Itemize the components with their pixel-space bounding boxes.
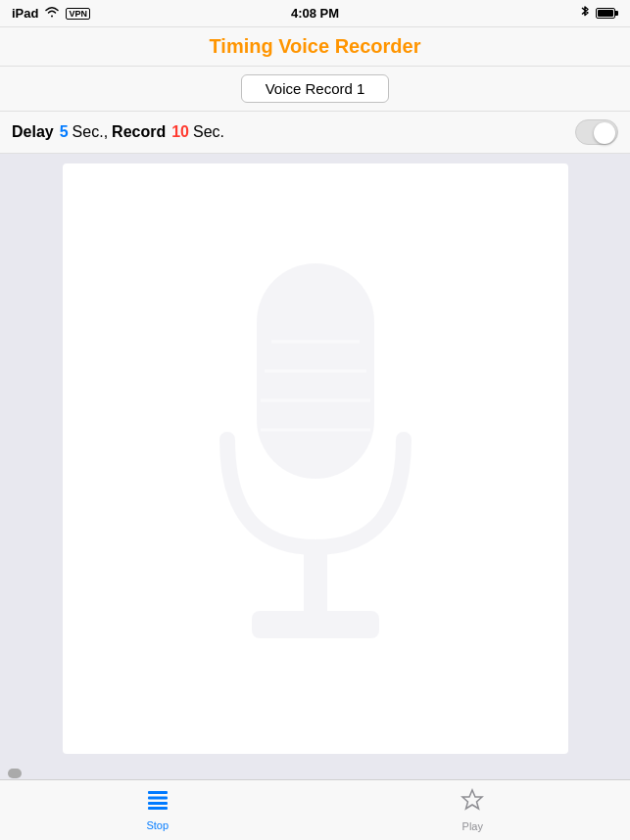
bluetooth-icon xyxy=(580,5,590,22)
status-left: iPad VPN xyxy=(12,6,90,21)
battery-icon xyxy=(596,8,618,19)
record-label: Record xyxy=(112,123,166,141)
app-title: Timing Voice Recorder xyxy=(210,35,421,57)
wifi-icon xyxy=(44,6,60,21)
main-area xyxy=(0,154,630,764)
controls-bar: Delay 5 Sec., Record 10 Sec. xyxy=(0,112,630,154)
svg-rect-8 xyxy=(148,797,168,800)
title-bar: Timing Voice Recorder xyxy=(0,27,630,67)
svg-rect-10 xyxy=(148,807,168,810)
svg-rect-9 xyxy=(148,802,168,805)
record-sec-label: Sec. xyxy=(193,123,224,141)
toggle-knob xyxy=(594,122,615,144)
scroll-thumb xyxy=(8,769,22,778)
delay-label: Delay xyxy=(12,123,54,141)
tab-play[interactable]: Play xyxy=(437,780,508,840)
content-box xyxy=(63,163,568,754)
stop-tab-label: Stop xyxy=(146,819,169,831)
svg-rect-7 xyxy=(148,791,168,794)
record-name-row: Voice Record 1 xyxy=(0,67,630,112)
record-value[interactable]: 10 xyxy=(171,123,189,141)
record-name-button[interactable]: Voice Record 1 xyxy=(241,74,390,103)
vpn-badge: VPN xyxy=(66,8,90,20)
stop-tab-icon xyxy=(146,789,170,817)
delay-sec-label: Sec., xyxy=(73,123,108,141)
status-bar: iPad VPN 4:08 PM xyxy=(0,0,630,27)
delay-value[interactable]: 5 xyxy=(60,123,69,141)
ipad-label: iPad xyxy=(12,6,38,21)
tab-stop[interactable]: Stop xyxy=(122,781,193,839)
play-tab-label: Play xyxy=(462,820,483,832)
svg-rect-1 xyxy=(304,547,327,616)
status-time: 4:08 PM xyxy=(291,6,339,21)
svg-marker-11 xyxy=(462,790,482,809)
microphone-icon xyxy=(178,244,453,675)
tab-bar: Stop Play xyxy=(0,779,630,840)
svg-rect-2 xyxy=(252,611,379,638)
status-right xyxy=(580,5,618,22)
play-tab-icon xyxy=(460,788,484,817)
toggle-switch[interactable] xyxy=(575,119,618,145)
